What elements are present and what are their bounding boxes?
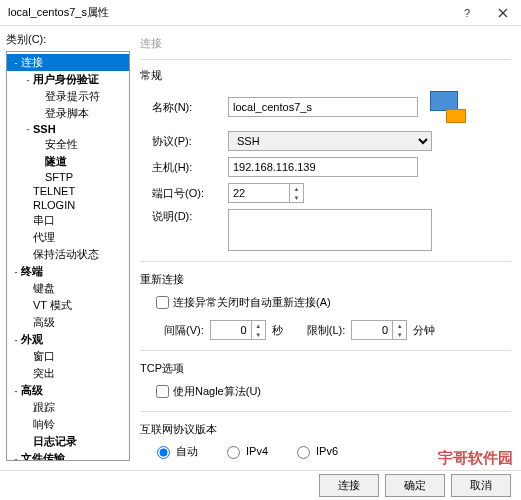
name-input[interactable]: [228, 97, 418, 117]
titlebar: local_centos7_s属性 ?: [0, 0, 521, 26]
tree-item[interactable]: -用户身份验证: [7, 71, 129, 88]
auto-reconnect-label: 连接异常关闭时自动重新连接(A): [173, 295, 331, 310]
seconds-label: 秒: [272, 323, 283, 338]
protocol-label: 协议(P):: [152, 134, 228, 149]
tree-item[interactable]: RLOGIN: [7, 198, 129, 212]
radio-ipv4[interactable]: IPv4: [222, 443, 268, 459]
help-button[interactable]: ?: [449, 0, 485, 26]
host-input[interactable]: [228, 157, 418, 177]
spinner-up-icon[interactable]: ▲: [392, 321, 406, 330]
divider: [140, 350, 511, 351]
tree-item[interactable]: -连接: [7, 54, 129, 71]
connection-icon: [426, 89, 466, 125]
tree-item[interactable]: -SSH: [7, 122, 129, 136]
tree-item[interactable]: 登录提示符: [7, 88, 129, 105]
spinner-down-icon[interactable]: ▼: [392, 330, 406, 339]
close-button[interactable]: [485, 0, 521, 26]
tree-item[interactable]: 高级: [7, 314, 129, 331]
tree-item[interactable]: 日志记录: [7, 433, 129, 450]
tree-item[interactable]: -外观: [7, 331, 129, 348]
nagle-label: 使用Nagle算法(U): [173, 384, 261, 399]
general-section-label: 常规: [140, 68, 511, 83]
port-label: 端口号(O):: [152, 186, 228, 201]
reconnect-section-label: 重新连接: [140, 272, 511, 287]
interval-stepper[interactable]: 0 ▲▼: [210, 320, 266, 340]
tree-item[interactable]: -高级: [7, 382, 129, 399]
tree-item[interactable]: 响铃: [7, 416, 129, 433]
nagle-checkbox[interactable]: [156, 385, 169, 398]
spinner-down-icon[interactable]: ▼: [289, 193, 303, 202]
connect-button[interactable]: 连接: [319, 474, 379, 497]
tree-item[interactable]: 安全性: [7, 136, 129, 153]
cancel-button[interactable]: 取消: [451, 474, 511, 497]
limit-label: 限制(L):: [307, 323, 346, 338]
name-label: 名称(N):: [152, 100, 228, 115]
tree-item[interactable]: -终端: [7, 263, 129, 280]
auto-reconnect-checkbox[interactable]: [156, 296, 169, 309]
divider: [140, 261, 511, 262]
tree-item[interactable]: 登录脚本: [7, 105, 129, 122]
tree-item[interactable]: SFTP: [7, 170, 129, 184]
radio-auto[interactable]: 自动: [152, 443, 198, 459]
spinner-up-icon[interactable]: ▲: [251, 321, 265, 330]
desc-label: 说明(D):: [152, 209, 228, 224]
interval-label: 间隔(V):: [164, 323, 204, 338]
ok-button[interactable]: 确定: [385, 474, 445, 497]
tree-item[interactable]: 跟踪: [7, 399, 129, 416]
category-label: 类别(C):: [6, 32, 130, 47]
ipver-section-label: 互联网协议版本: [140, 422, 511, 437]
tree-item[interactable]: -文件传输: [7, 450, 129, 461]
protocol-select[interactable]: SSH: [228, 131, 432, 151]
dialog-footer: 连接 确定 取消: [0, 470, 521, 500]
tree-item[interactable]: 串口: [7, 212, 129, 229]
tree-item[interactable]: 键盘: [7, 280, 129, 297]
tree-item[interactable]: 窗口: [7, 348, 129, 365]
tree-item[interactable]: TELNET: [7, 184, 129, 198]
minutes-label: 分钟: [413, 323, 435, 338]
settings-panel: 连接 常规 名称(N): 协议(P): SSH 主机(H): 端口号(O): 2…: [130, 26, 521, 470]
radio-ipv6[interactable]: IPv6: [292, 443, 338, 459]
spinner-up-icon[interactable]: ▲: [289, 184, 303, 193]
port-stepper[interactable]: 22 ▲▼: [228, 183, 304, 203]
spinner-down-icon[interactable]: ▼: [251, 330, 265, 339]
tree-item[interactable]: 保持活动状态: [7, 246, 129, 263]
tcp-section-label: TCP选项: [140, 361, 511, 376]
desc-textarea[interactable]: [228, 209, 432, 251]
tree-item[interactable]: 突出: [7, 365, 129, 382]
tree-item[interactable]: VT 模式: [7, 297, 129, 314]
category-tree[interactable]: -连接-用户身份验证登录提示符登录脚本-SSH安全性隧道SFTPTELNETRL…: [6, 51, 130, 461]
limit-stepper[interactable]: 0 ▲▼: [351, 320, 407, 340]
divider: [140, 411, 511, 412]
host-label: 主机(H):: [152, 160, 228, 175]
tree-item[interactable]: 隧道: [7, 153, 129, 170]
window-title: local_centos7_s属性: [8, 5, 449, 20]
close-icon: [498, 8, 508, 18]
panel-title: 连接: [140, 32, 511, 60]
category-panel: 类别(C): -连接-用户身份验证登录提示符登录脚本-SSH安全性隧道SFTPT…: [0, 26, 130, 470]
tree-item[interactable]: 代理: [7, 229, 129, 246]
